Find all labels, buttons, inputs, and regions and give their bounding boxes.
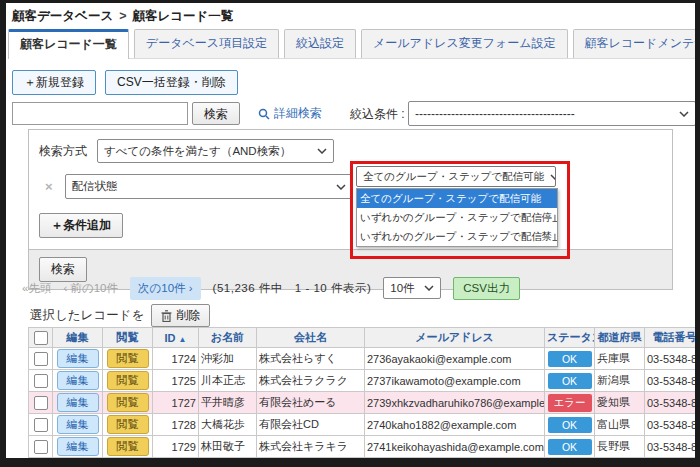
view-button[interactable]: 閲覧 (107, 393, 149, 412)
status-badge: OK (548, 373, 592, 389)
customer-records-table: 編集 閲覧 ID ▲ お名前 会社名 メールアドレス ステータス 都道府県 電話… (28, 327, 695, 458)
row-edit-cell: 編集 (53, 370, 103, 392)
dropdown-option-deliverable[interactable]: 全てのグループ・ステップで配信可能 (357, 189, 557, 208)
delivery-status-select[interactable]: 全てのグループ・ステップで配信可能 (356, 166, 556, 187)
edit-button[interactable]: 編集 (57, 437, 99, 456)
row-view-cell: 閲覧 (103, 392, 153, 414)
view-button[interactable]: 閲覧 (107, 349, 149, 368)
record-phone: 03-5348-8070 (645, 348, 696, 370)
condition-field-value: 配信状態 (72, 179, 118, 194)
header-prefecture: 都道府県 (595, 328, 645, 348)
row-checkbox-cell (29, 370, 53, 392)
row-checkbox[interactable] (34, 440, 48, 454)
select-all-checkbox[interactable] (34, 331, 48, 345)
row-checkbox-cell (29, 348, 53, 370)
window-frame: 顧客データベース>顧客レコード一覧 顧客レコード一覧 データベース項目設定 絞込… (0, 0, 700, 467)
pagination-next[interactable]: 次の10件 › (130, 277, 201, 300)
tab-customer-record-list[interactable]: 顧客レコード一覧 (8, 29, 129, 59)
record-email: 2740kaho1882@example.com (365, 414, 545, 436)
record-phone: 03-5348-8070 (645, 436, 696, 458)
header-name: お名前 (199, 328, 257, 348)
header-id[interactable]: ID ▲ (153, 328, 199, 348)
record-prefecture: 長野県 (595, 436, 645, 458)
table-row: 編集 閲覧 1725 川本正志 株式会社ラクラク 2737ikawamoto@e… (29, 370, 696, 392)
tab-database-field-settings[interactable]: データベース項目設定 (134, 29, 279, 58)
chevron-down-icon (424, 285, 434, 291)
tab-customer-record-maintenance[interactable]: 顧客レコードメンテナンス (573, 29, 696, 58)
search-method-select[interactable]: すべての条件を満たす（AND検索） (97, 139, 334, 163)
record-name: 大橋花歩 (199, 414, 257, 436)
dropdown-option-paused[interactable]: いずれかのグループ・ステップで配信停止 (357, 208, 557, 227)
per-page-select[interactable]: 10件 (383, 277, 441, 299)
status-badge: OK (548, 439, 592, 455)
header-view: 閲覧 (103, 328, 153, 348)
record-email: 2741keikohayashida@example.com (365, 436, 545, 458)
tab-filter-settings[interactable]: 絞込設定 (284, 29, 356, 58)
row-checkbox-cell (29, 392, 53, 414)
search-input[interactable] (12, 102, 188, 125)
edit-button[interactable]: 編集 (57, 393, 99, 412)
record-id: 1725 (153, 370, 199, 392)
row-checkbox-cell (29, 436, 53, 458)
selection-label: 選択したレコードを (30, 307, 144, 324)
dropdown-option-forbidden[interactable]: いずれかのグループ・ステップで配信禁止 (357, 227, 557, 246)
csv-export-button[interactable]: CSV出力 (453, 277, 520, 300)
record-name: 林田敬子 (199, 436, 257, 458)
chevron-down-icon (550, 174, 556, 180)
header-email: メールアドレス (365, 328, 545, 348)
new-record-button[interactable]: ＋新規登録 (12, 70, 96, 95)
record-company: 有限会社CD (257, 414, 365, 436)
breadcrumb: 顧客データベース>顧客レコード一覧 (12, 8, 233, 25)
csv-bulk-button[interactable]: CSV一括登録・削除 (105, 70, 238, 95)
search-button[interactable]: 検索 (192, 102, 240, 125)
row-status-cell: OK (545, 370, 595, 392)
condition-field-select[interactable]: 配信状態 (65, 174, 353, 199)
records-tbody: 編集 閲覧 1724 沖彩加 株式会社らすく 2736ayakaoki@exam… (29, 348, 696, 458)
edit-button[interactable]: 編集 (57, 349, 99, 368)
status-badge: エラー (548, 394, 592, 412)
view-button[interactable]: 閲覧 (107, 437, 149, 456)
delete-selected-button[interactable]: 削除 (151, 304, 210, 327)
selection-action-row: 選択したレコードを 削除 (30, 304, 210, 327)
advanced-search-label: 詳細検索 (274, 105, 322, 122)
record-prefecture: 新潟県 (595, 370, 645, 392)
breadcrumb-parent[interactable]: 顧客データベース (12, 9, 113, 23)
row-checkbox[interactable] (34, 396, 48, 410)
tab-email-change-form-settings[interactable]: メールアドレス変更フォーム設定 (361, 29, 568, 58)
edit-button[interactable]: 編集 (57, 371, 99, 390)
header-status: ステータス (545, 328, 595, 348)
row-checkbox[interactable] (34, 374, 48, 388)
row-edit-cell: 編集 (53, 436, 103, 458)
add-condition-button[interactable]: ＋条件追加 (39, 213, 123, 238)
delivery-status-dropdown: 全てのグループ・ステップで配信可能 いずれかのグループ・ステップで配信停止 いず… (356, 188, 558, 247)
row-view-cell: 閲覧 (103, 436, 153, 458)
row-status-cell: OK (545, 414, 595, 436)
record-prefecture: 富山県 (595, 414, 645, 436)
delete-button-label: 削除 (176, 307, 200, 324)
row-checkbox-cell (29, 414, 53, 436)
advanced-search-link[interactable]: 詳細検索 (258, 105, 322, 122)
chevron-down-icon (679, 111, 689, 117)
row-checkbox[interactable] (34, 418, 48, 432)
record-phone: 03-5348-8070 (645, 370, 696, 392)
edit-button[interactable]: 編集 (57, 415, 99, 434)
row-checkbox[interactable] (34, 352, 48, 366)
remove-condition-icon[interactable]: × (45, 179, 53, 194)
row-edit-cell: 編集 (53, 414, 103, 436)
search-method-value: すべての条件を満たす（AND検索） (104, 144, 291, 159)
record-company: 株式会社キラキラ (257, 436, 365, 458)
header-edit: 編集 (53, 328, 103, 348)
record-id: 1729 (153, 436, 199, 458)
view-button[interactable]: 閲覧 (107, 415, 149, 434)
record-prefecture: 兵庫県 (595, 348, 645, 370)
filter-condition-value: ---------------------------------------- (415, 107, 575, 121)
sort-asc-icon: ▲ (179, 335, 187, 344)
filter-condition-select[interactable]: ---------------------------------------- (408, 101, 695, 126)
record-id: 1728 (153, 414, 199, 436)
record-email: 2737ikawamoto@example.com (365, 370, 545, 392)
view-button[interactable]: 閲覧 (107, 371, 149, 390)
record-name: 沖彩加 (199, 348, 257, 370)
filter-condition-label: 絞込条件 : (350, 106, 405, 123)
chevron-down-icon (317, 148, 327, 154)
search-row: 検索 詳細検索 絞込条件 : -------------------------… (12, 101, 693, 129)
